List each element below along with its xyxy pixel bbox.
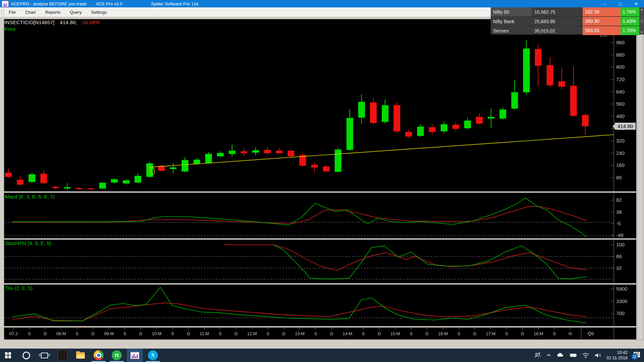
- svg-text:80: 80: [616, 175, 622, 180]
- taskbar-skype[interactable]: S: [145, 349, 161, 362]
- svg-text:-48: -48: [616, 232, 624, 238]
- menu-reports[interactable]: Reports: [41, 7, 65, 17]
- svg-text:480: 480: [616, 113, 625, 119]
- task-view-icon: [41, 353, 48, 358]
- svg-text:66: 66: [616, 253, 622, 259]
- chart-canvas[interactable]: 960880800720640560480400320240160808238-…: [0, 17, 644, 349]
- onedrive-cloud-icon[interactable]: [556, 352, 564, 359]
- svg-text:11:M: 11:M: [200, 331, 209, 336]
- svg-text:12:M: 12:M: [247, 331, 257, 336]
- svg-text:18:M: 18:M: [534, 331, 543, 336]
- ticker-row-nifty50[interactable]: Nifty 50 10,562.75 182.30 1.76%: [491, 7, 639, 17]
- menu-query[interactable]: Query: [65, 7, 86, 17]
- index-name[interactable]: Nifty 50: [491, 7, 532, 16]
- scroll-down-icon[interactable]: ▼: [640, 31, 643, 34]
- taskbar-pi-app[interactable]: π: [109, 349, 125, 362]
- toolbar-grip[interactable]: [1, 9, 4, 15]
- taskbar-app-preview[interactable]: [54, 349, 70, 362]
- svg-text:S: S: [123, 331, 126, 336]
- clock-date: 02-11-2018: [606, 355, 628, 361]
- people-icon[interactable]: [534, 352, 541, 359]
- chart-vertical-scrollbar[interactable]: [637, 19, 643, 340]
- pi-app-icon: π: [112, 350, 122, 360]
- minimize-button[interactable]: –: [597, 0, 612, 7]
- svg-text:S: S: [267, 331, 270, 336]
- svg-text:D: D: [44, 331, 47, 336]
- menu-settings[interactable]: Settings: [87, 7, 112, 17]
- svg-text:09:M: 09:M: [104, 331, 114, 336]
- clock-time: 10:42: [606, 350, 628, 355]
- svg-text:S: S: [219, 331, 222, 336]
- index-name[interactable]: Nifty Bank: [491, 17, 532, 26]
- menu-file[interactable]: File: [4, 7, 20, 17]
- start-button[interactable]: [0, 349, 16, 362]
- svg-text:800: 800: [616, 64, 625, 70]
- svg-text:32: 32: [616, 265, 622, 271]
- index-value: 25,683.95: [532, 17, 583, 26]
- cortana-button[interactable]: [18, 349, 34, 362]
- svg-text:320: 320: [616, 138, 625, 143]
- svg-text:640: 640: [616, 89, 625, 95]
- cortana-icon: [22, 352, 30, 359]
- svg-text:100: 100: [616, 242, 625, 247]
- svg-text:38: 38: [616, 209, 622, 215]
- svg-text:S: S: [362, 331, 365, 336]
- skype-icon: S: [148, 350, 158, 360]
- ticker-row-sensex[interactable]: Sensex 35,015.02 583.05 1.70%: [491, 26, 639, 35]
- svg-text:15:M: 15:M: [390, 331, 400, 336]
- menu-chart[interactable]: Chart: [20, 7, 41, 17]
- svg-text:S: S: [314, 331, 317, 336]
- svg-text:N: N: [569, 331, 572, 336]
- svg-text:240: 240: [616, 150, 625, 156]
- battery-icon[interactable]: [569, 352, 577, 359]
- svg-text:400: 400: [616, 125, 625, 131]
- windows-logo-icon: [5, 352, 11, 358]
- app-version-label: ACE Pro v3.0: [91, 1, 127, 6]
- taskbar-file-explorer[interactable]: [72, 349, 89, 362]
- taskbar-chrome[interactable]: [91, 349, 107, 362]
- svg-text:13:M: 13:M: [295, 331, 305, 336]
- svg-text:S: S: [75, 331, 78, 336]
- svg-text:14:M: 14:M: [343, 331, 353, 336]
- svg-text:5900: 5900: [616, 286, 627, 292]
- chevron-up-icon[interactable]: [546, 352, 552, 358]
- maximize-button[interactable]: □: [612, 0, 628, 7]
- index-change-percent: 1.76%: [621, 7, 639, 16]
- svg-text:D: D: [91, 331, 94, 336]
- index-value: 10,562.75: [532, 7, 583, 16]
- index-change: 182.30: [583, 7, 621, 16]
- speaker-icon[interactable]: [594, 352, 602, 359]
- index-name[interactable]: Sensex: [491, 26, 532, 35]
- ticker-scrollbar[interactable]: ▲ ▼: [639, 7, 644, 35]
- ticker-row-niftybank[interactable]: Nifty Bank 25,683.95 360.30 1.43%: [491, 17, 639, 26]
- company-label: Spider Software Pvt. Ltd.: [151, 1, 199, 6]
- svg-text:3300: 3300: [616, 298, 627, 304]
- scroll-grip-icon[interactable]: [640, 20, 643, 22]
- svg-text:720: 720: [616, 76, 625, 82]
- svg-text:16:M: 16:M: [438, 331, 448, 336]
- index-value: 35,015.02: [532, 26, 583, 35]
- svg-text:880: 880: [616, 52, 625, 58]
- svg-text:10:M: 10:M: [152, 331, 161, 336]
- app-logo-icon: [2, 1, 9, 7]
- index-change-percent: 1.70%: [621, 26, 639, 35]
- taskbar-clock[interactable]: 10:42 02-11-2018: [606, 350, 628, 361]
- svg-text:D: D: [425, 331, 428, 336]
- index-change: 360.30: [583, 17, 621, 26]
- title-bar: ACEPRO - analyse BEFORE you trade ACE Pr…: [0, 0, 644, 7]
- window-title: ACEPRO - analyse BEFORE you trade: [11, 1, 87, 6]
- close-button[interactable]: ✕: [628, 0, 644, 7]
- svg-text:700: 700: [616, 310, 625, 316]
- svg-text:D: D: [139, 331, 142, 336]
- task-view-button[interactable]: [36, 349, 52, 362]
- svg-text:D: D: [187, 331, 190, 336]
- svg-text:D: D: [330, 331, 333, 336]
- scroll-up-icon[interactable]: ▲: [640, 8, 643, 11]
- action-center-button[interactable]: 11: [632, 352, 640, 359]
- svg-text:82: 82: [616, 197, 622, 203]
- svg-text:960: 960: [616, 40, 625, 45]
- taskbar-acepro[interactable]: [127, 349, 143, 362]
- wifi-icon[interactable]: [582, 352, 590, 359]
- svg-text:560: 560: [616, 101, 625, 107]
- svg-text:S: S: [458, 331, 461, 336]
